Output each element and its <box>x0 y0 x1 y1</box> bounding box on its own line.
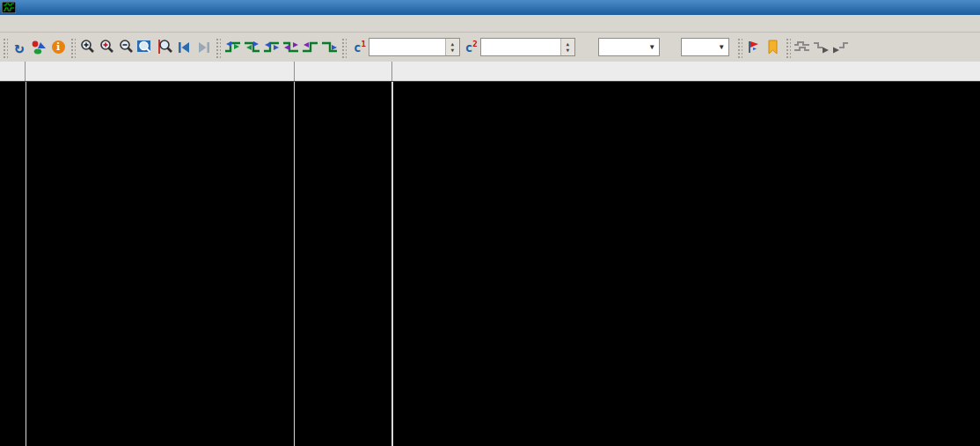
column-header <box>0 62 980 82</box>
prev-fall-icon[interactable] <box>300 38 319 57</box>
zoom-cursor-icon[interactable] <box>155 38 174 57</box>
zoom-fit-icon[interactable] <box>135 38 155 57</box>
waveform-panel[interactable] <box>0 82 980 446</box>
cursor2-time-input[interactable]: ▲▼ <box>480 38 575 56</box>
info-icon[interactable]: i <box>48 38 68 57</box>
marker-flag-icon[interactable] <box>744 38 764 57</box>
bookmark-icon[interactable] <box>764 38 783 57</box>
group-end-line-ig <box>26 99 980 100</box>
group-end-line-cq <box>26 270 980 272</box>
toolbar-handle[interactable] <box>785 37 791 58</box>
gutter-band-cq <box>0 99 26 272</box>
name-values-separator[interactable] <box>294 82 295 446</box>
prev-rise-icon[interactable] <box>261 38 281 57</box>
spinner-arrows-icon[interactable]: ▲▼ <box>560 39 574 55</box>
gutter-band-eg <box>0 272 26 444</box>
toolbar-handle[interactable] <box>215 37 221 58</box>
time-unit-select[interactable]: ▼ <box>598 38 660 56</box>
next-rise-icon[interactable] <box>281 38 300 57</box>
next-fall-icon[interactable] <box>319 38 339 57</box>
app-icon <box>2 2 16 13</box>
shift-left-icon[interactable] <box>812 38 831 57</box>
chevron-down-icon: ▼ <box>646 43 659 51</box>
zoom-in-icon[interactable] <box>77 38 97 57</box>
reload-icon[interactable]: ↻ <box>10 38 29 57</box>
freq-unit-select[interactable]: ▼ <box>681 38 729 56</box>
menu-bar <box>0 15 980 33</box>
gutter-band-ig <box>0 82 26 99</box>
toolbar-handle[interactable] <box>340 37 347 58</box>
zoom-out-icon[interactable] <box>116 38 135 57</box>
chevron-down-icon: ▼ <box>715 43 728 51</box>
toolbar: ↻ i <box>0 33 980 62</box>
cursor-c1-line[interactable] <box>574 66 575 446</box>
zoom-in-cursor-icon[interactable] <box>97 38 116 57</box>
column-resize-handle[interactable] <box>25 62 26 81</box>
cursor1-label: c1 <box>354 40 366 55</box>
toolbar-handle[interactable] <box>69 37 76 58</box>
prev-edge-icon[interactable] <box>223 38 242 57</box>
spinner-arrows-icon[interactable]: ▲▼ <box>445 39 459 55</box>
prev-page-icon[interactable] <box>174 38 194 57</box>
next-edge-icon[interactable] <box>242 38 261 57</box>
toolbar-handle[interactable] <box>2 37 8 58</box>
toolbar-handle[interactable] <box>736 37 742 58</box>
waveform-viewer-window: { "window": {"title": "Wave0 - Current"}… <box>0 0 980 446</box>
column-resize-handle[interactable] <box>294 62 295 81</box>
cursor2-label: c2 <box>465 40 478 55</box>
values-wave-separator[interactable] <box>391 82 393 446</box>
next-page-icon[interactable] <box>194 38 213 57</box>
shift-right-icon[interactable] <box>831 38 851 57</box>
palette-icon[interactable] <box>29 38 48 57</box>
title-bar[interactable] <box>0 0 980 15</box>
compare-waves-icon[interactable] <box>793 38 812 57</box>
gutter-separator <box>26 82 26 446</box>
cursor1-time-input[interactable]: ▲▼ <box>369 38 460 56</box>
column-resize-handle[interactable] <box>391 62 392 81</box>
